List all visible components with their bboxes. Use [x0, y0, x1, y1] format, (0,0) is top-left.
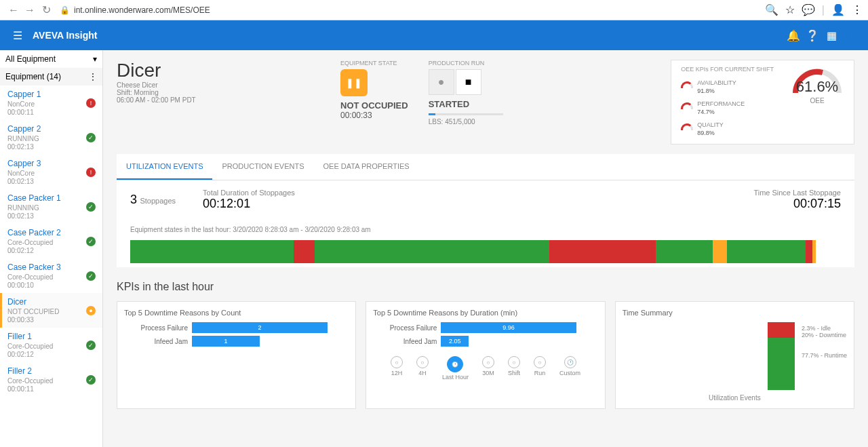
- item-name: Case Packer 2: [7, 228, 97, 237]
- item-status: Core-Occupied: [7, 343, 97, 350]
- state-label: EQUIPMENT STATE: [340, 60, 408, 66]
- item-status: RUNNING: [7, 135, 97, 142]
- item-name: Dicer: [7, 297, 97, 307]
- oee-value: 61.6%: [790, 78, 844, 96]
- timeline-segment: [656, 240, 713, 263]
- pause-icon: ❚❚: [340, 69, 368, 96]
- sidebar: All Equipment ▾ Equipment (14) ⋮ Capper …: [0, 50, 103, 447]
- status-badge: ✓: [86, 237, 96, 246]
- address-bar[interactable]: 🔒 int.online.wonderware.com/MES/OEE: [60, 5, 765, 15]
- sidebar-item[interactable]: Filler 2 Core-Occupied 00:00:11 ✓: [0, 362, 102, 397]
- time-range-option[interactable]: 🕐Last Hour: [442, 356, 469, 381]
- back-icon[interactable]: ←: [5, 2, 22, 18]
- sidebar-item[interactable]: Case Packer 2 Core-Occupied 00:02:12 ✓: [0, 224, 102, 258]
- item-name: Capper 1: [7, 90, 97, 99]
- lock-icon: 🔒: [60, 5, 70, 15]
- sidebar-item[interactable]: Case Packer 1 RUNNING 00:02:13 ✓: [0, 189, 102, 224]
- range-circle: ○: [482, 356, 494, 368]
- time-range-option[interactable]: ○30M: [482, 356, 494, 381]
- sidebar-section-header: Equipment (14) ⋮: [0, 68, 102, 85]
- chart-caption: Utilization Events: [623, 394, 847, 402]
- equipment-filter[interactable]: All Equipment ▾: [0, 50, 102, 68]
- equipment-desc: Cheese Dicer: [117, 81, 320, 89]
- sidebar-item[interactable]: Dicer NOT OCCUPIED 00:00:33 ●: [0, 293, 102, 328]
- time-range-option[interactable]: ○Shift: [508, 356, 520, 381]
- status-badge: !: [86, 98, 96, 108]
- timeline-segment: [727, 240, 741, 263]
- tab-oee-data-properties[interactable]: OEE DATA PROPERTIES: [314, 154, 419, 180]
- item-time: 00:00:11: [7, 385, 97, 393]
- arc-icon: [681, 123, 693, 130]
- sidebar-item[interactable]: Capper 3 NonCore 00:02:13 !: [0, 155, 102, 189]
- item-status: RUNNING: [7, 204, 97, 212]
- item-time: 00:02:13: [7, 212, 97, 220]
- refresh-icon[interactable]: ↻: [38, 2, 54, 18]
- oee-gauge: 61.6% OEE: [790, 66, 844, 138]
- range-circle: ○: [416, 356, 429, 368]
- forward-icon[interactable]: →: [22, 2, 38, 18]
- search-icon[interactable]: 🔍: [765, 3, 778, 16]
- kpi-label: AVAILABILITY: [697, 79, 736, 86]
- lbs-label: LBS: 451/5,000: [429, 118, 503, 125]
- tab-utilization-events[interactable]: UTILIZATION EVENTS: [117, 154, 212, 180]
- account-icon[interactable]: 👤: [841, 26, 860, 45]
- range-label: Last Hour: [442, 374, 469, 381]
- timeline-note: Equipment states in the last hour: 3/20/…: [117, 219, 854, 240]
- kebab-icon[interactable]: ⋮: [852, 3, 863, 16]
- timeline-segment: [294, 240, 315, 263]
- hamburger-icon[interactable]: ☰: [8, 26, 27, 45]
- state-status: NOT OCCUPIED: [340, 100, 408, 111]
- sidebar-item[interactable]: Case Packer 3 Core-Occupied 00:00:10 ✓: [0, 258, 102, 293]
- since-label: Time Since Last Stoppage: [753, 189, 841, 197]
- item-status: Core-Occupied: [7, 273, 97, 281]
- sidebar-item[interactable]: Capper 1 NonCore 00:00:11 !: [0, 85, 102, 120]
- duration-label: Total Duration of Stoppages: [203, 189, 295, 197]
- browser-bar: ← → ↻ 🔒 int.online.wonderware.com/MES/OE…: [0, 0, 868, 20]
- profile-icon[interactable]: 👤: [831, 3, 845, 16]
- legend: 2.3% - Idle20% - Downtime 77.7% - Runtim…: [802, 322, 847, 390]
- arc-icon: [681, 102, 693, 109]
- arc-icon: [681, 81, 693, 88]
- status-badge: ✓: [86, 375, 96, 385]
- range-label: 30M: [482, 370, 494, 376]
- star-icon[interactable]: ☆: [785, 3, 795, 16]
- kebab-icon[interactable]: ⋮: [89, 72, 97, 81]
- tab-production-events[interactable]: PRODUCTION EVENTS: [212, 154, 313, 180]
- timeline-segment: [713, 240, 727, 263]
- bar: 9.96: [441, 322, 576, 333]
- help-icon[interactable]: ❔: [803, 26, 822, 45]
- app-header: ☰ AVEVA Insight 🔔 ❔ ▦ 👤: [0, 20, 868, 50]
- item-status: Core-Occupied: [7, 377, 97, 385]
- run-status: STARTED: [429, 99, 503, 109]
- range-circle: ○: [391, 356, 403, 368]
- bar-label: Process Failure: [124, 324, 192, 332]
- timeline-segment: [549, 240, 656, 263]
- time-summary-card: Time Summary 2.3% - Idle20% - Downtime 7…: [615, 301, 854, 409]
- sidebar-item[interactable]: Capper 2 RUNNING 00:02:13 ✓: [0, 120, 102, 155]
- time-range-option[interactable]: ○4H: [416, 356, 429, 381]
- bar-label: Process Failure: [373, 324, 441, 332]
- record-button[interactable]: ●: [429, 69, 454, 95]
- oee-label: OEE: [790, 97, 844, 104]
- item-status: Core-Occupied: [7, 239, 97, 246]
- range-label: Shift: [508, 370, 520, 376]
- item-name: Filler 1: [7, 332, 97, 341]
- status-badge: ✓: [86, 341, 96, 350]
- card-title: Top 5 Downtime Reasons by Duration (min): [373, 309, 597, 317]
- stop-button[interactable]: ■: [456, 69, 481, 95]
- status-badge: !: [86, 168, 96, 177]
- chat-icon[interactable]: 💬: [802, 3, 815, 16]
- card-title: Top 5 Downtime Reasons by Count: [124, 309, 349, 317]
- bar: 1: [192, 336, 260, 347]
- bell-icon[interactable]: 🔔: [784, 26, 803, 45]
- time-range-option[interactable]: ○12H: [391, 356, 403, 381]
- item-name: Case Packer 3: [7, 263, 97, 272]
- time-range-option[interactable]: 🕐Custom: [559, 356, 580, 381]
- range-label: Run: [534, 370, 546, 376]
- sidebar-item[interactable]: Filler 1 Core-Occupied 00:02:12 ✓: [0, 328, 102, 362]
- time-range-option[interactable]: ○Run: [534, 356, 546, 381]
- item-name: Capper 2: [7, 124, 97, 134]
- apps-icon[interactable]: ▦: [822, 26, 841, 45]
- legend-item: 20% - Downtime: [802, 332, 846, 338]
- duration-value: 00:12:01: [203, 197, 295, 211]
